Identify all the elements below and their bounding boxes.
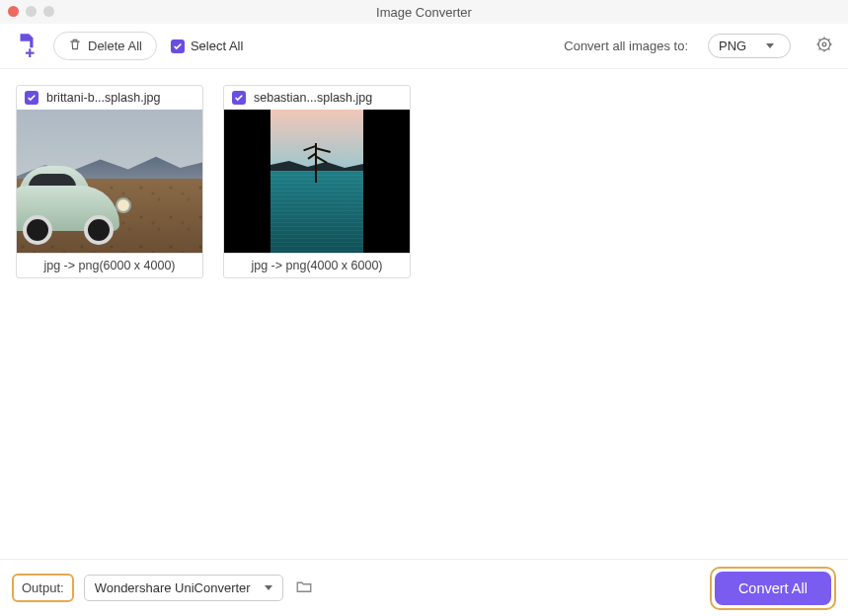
add-file-icon[interactable] (14, 32, 39, 60)
toolbar: Delete All Select All Convert all images… (0, 24, 848, 69)
trash-icon (68, 38, 82, 54)
zoom-window-icon[interactable] (43, 6, 54, 17)
select-all-label: Select All (191, 38, 243, 53)
output-path-select[interactable]: Wondershare UniConverter (84, 575, 283, 601)
select-all-checkbox[interactable]: Select All (171, 38, 243, 53)
settings-icon[interactable] (814, 35, 834, 57)
conversion-info: jpg -> png(4000 x 6000) (224, 253, 410, 277)
thumbnail (224, 110, 410, 253)
close-window-icon[interactable] (8, 6, 19, 17)
bottom-bar: Output: Wondershare UniConverter Convert… (0, 559, 848, 616)
chevron-down-icon (766, 43, 774, 48)
format-select[interactable]: PNG (708, 34, 791, 58)
card-header: brittani-b...splash.jpg (17, 86, 202, 110)
window-controls (8, 6, 54, 17)
filename-label: brittani-b...splash.jpg (46, 91, 160, 105)
delete-all-button[interactable]: Delete All (53, 32, 157, 60)
chevron-down-icon (265, 585, 272, 590)
image-card[interactable]: brittani-b...splash.jpg jpg -> png(6000 … (16, 85, 203, 278)
svg-point-3 (822, 42, 826, 46)
convert-all-button[interactable]: Convert All (715, 572, 831, 605)
open-folder-icon[interactable] (295, 578, 313, 598)
format-value: PNG (719, 38, 746, 53)
delete-all-label: Delete All (88, 38, 142, 53)
image-card[interactable]: sebastian...splash.jpg jpg -> png(4000 x… (223, 85, 411, 278)
convert-all-label: Convert All (738, 580, 808, 596)
item-checkbox[interactable] (25, 91, 39, 105)
thumbnail (17, 110, 202, 253)
svg-rect-1 (26, 52, 35, 54)
filename-label: sebastian...splash.jpg (254, 91, 372, 105)
card-header: sebastian...splash.jpg (224, 86, 410, 110)
checkbox-checked-icon (171, 39, 185, 53)
item-checkbox[interactable] (232, 91, 246, 105)
minimize-window-icon[interactable] (26, 6, 37, 17)
image-grid: brittani-b...splash.jpg jpg -> png(6000 … (0, 69, 848, 294)
conversion-info: jpg -> png(6000 x 4000) (17, 253, 202, 277)
svg-point-2 (818, 38, 830, 50)
output-path-value: Wondershare UniConverter (95, 580, 251, 595)
window-title: Image Converter (0, 5, 848, 20)
convert-to-label: Convert all images to: (564, 38, 688, 53)
convert-all-highlight: Convert All (710, 567, 836, 610)
output-label: Output: (12, 574, 74, 602)
titlebar: Image Converter (0, 0, 848, 24)
